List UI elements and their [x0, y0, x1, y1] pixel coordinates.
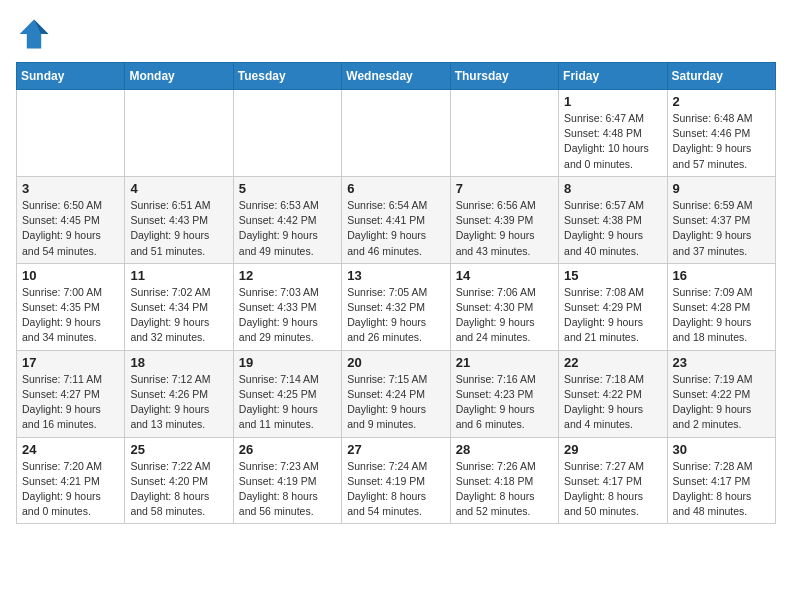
- day-number: 30: [673, 442, 770, 457]
- day-number: 7: [456, 181, 553, 196]
- day-number: 20: [347, 355, 444, 370]
- day-number: 12: [239, 268, 336, 283]
- weekday-header: Friday: [559, 63, 667, 90]
- weekday-header: Saturday: [667, 63, 775, 90]
- calendar-cell: [125, 90, 233, 177]
- day-info: Sunrise: 7:19 AM Sunset: 4:22 PM Dayligh…: [673, 372, 770, 433]
- day-number: 11: [130, 268, 227, 283]
- day-info: Sunrise: 6:51 AM Sunset: 4:43 PM Dayligh…: [130, 198, 227, 259]
- day-number: 17: [22, 355, 119, 370]
- day-info: Sunrise: 6:54 AM Sunset: 4:41 PM Dayligh…: [347, 198, 444, 259]
- calendar-header: SundayMondayTuesdayWednesdayThursdayFrid…: [17, 63, 776, 90]
- calendar-cell: 7Sunrise: 6:56 AM Sunset: 4:39 PM Daylig…: [450, 176, 558, 263]
- logo: [16, 16, 58, 52]
- calendar-table: SundayMondayTuesdayWednesdayThursdayFrid…: [16, 62, 776, 524]
- day-info: Sunrise: 7:26 AM Sunset: 4:18 PM Dayligh…: [456, 459, 553, 520]
- day-info: Sunrise: 7:18 AM Sunset: 4:22 PM Dayligh…: [564, 372, 661, 433]
- calendar-cell: 5Sunrise: 6:53 AM Sunset: 4:42 PM Daylig…: [233, 176, 341, 263]
- day-number: 19: [239, 355, 336, 370]
- page-header: [16, 16, 776, 52]
- day-number: 4: [130, 181, 227, 196]
- calendar-cell: 24Sunrise: 7:20 AM Sunset: 4:21 PM Dayli…: [17, 437, 125, 524]
- calendar-cell: 23Sunrise: 7:19 AM Sunset: 4:22 PM Dayli…: [667, 350, 775, 437]
- calendar-cell: 19Sunrise: 7:14 AM Sunset: 4:25 PM Dayli…: [233, 350, 341, 437]
- day-number: 9: [673, 181, 770, 196]
- day-info: Sunrise: 7:28 AM Sunset: 4:17 PM Dayligh…: [673, 459, 770, 520]
- calendar-cell: 16Sunrise: 7:09 AM Sunset: 4:28 PM Dayli…: [667, 263, 775, 350]
- day-number: 14: [456, 268, 553, 283]
- weekday-header: Thursday: [450, 63, 558, 90]
- calendar-cell: 9Sunrise: 6:59 AM Sunset: 4:37 PM Daylig…: [667, 176, 775, 263]
- calendar-cell: 11Sunrise: 7:02 AM Sunset: 4:34 PM Dayli…: [125, 263, 233, 350]
- day-info: Sunrise: 7:06 AM Sunset: 4:30 PM Dayligh…: [456, 285, 553, 346]
- calendar-cell: 3Sunrise: 6:50 AM Sunset: 4:45 PM Daylig…: [17, 176, 125, 263]
- day-info: Sunrise: 7:14 AM Sunset: 4:25 PM Dayligh…: [239, 372, 336, 433]
- calendar-cell: 22Sunrise: 7:18 AM Sunset: 4:22 PM Dayli…: [559, 350, 667, 437]
- day-info: Sunrise: 7:05 AM Sunset: 4:32 PM Dayligh…: [347, 285, 444, 346]
- day-number: 25: [130, 442, 227, 457]
- day-info: Sunrise: 7:27 AM Sunset: 4:17 PM Dayligh…: [564, 459, 661, 520]
- day-info: Sunrise: 6:53 AM Sunset: 4:42 PM Dayligh…: [239, 198, 336, 259]
- calendar-week-row: 3Sunrise: 6:50 AM Sunset: 4:45 PM Daylig…: [17, 176, 776, 263]
- calendar-week-row: 10Sunrise: 7:00 AM Sunset: 4:35 PM Dayli…: [17, 263, 776, 350]
- day-info: Sunrise: 6:47 AM Sunset: 4:48 PM Dayligh…: [564, 111, 661, 172]
- day-info: Sunrise: 7:08 AM Sunset: 4:29 PM Dayligh…: [564, 285, 661, 346]
- day-info: Sunrise: 7:03 AM Sunset: 4:33 PM Dayligh…: [239, 285, 336, 346]
- calendar-cell: 26Sunrise: 7:23 AM Sunset: 4:19 PM Dayli…: [233, 437, 341, 524]
- logo-icon: [16, 16, 52, 52]
- weekday-header: Monday: [125, 63, 233, 90]
- day-info: Sunrise: 6:48 AM Sunset: 4:46 PM Dayligh…: [673, 111, 770, 172]
- weekday-header: Sunday: [17, 63, 125, 90]
- calendar-cell: [450, 90, 558, 177]
- day-info: Sunrise: 7:11 AM Sunset: 4:27 PM Dayligh…: [22, 372, 119, 433]
- day-number: 10: [22, 268, 119, 283]
- calendar-cell: 12Sunrise: 7:03 AM Sunset: 4:33 PM Dayli…: [233, 263, 341, 350]
- calendar-week-row: 1Sunrise: 6:47 AM Sunset: 4:48 PM Daylig…: [17, 90, 776, 177]
- day-info: Sunrise: 6:57 AM Sunset: 4:38 PM Dayligh…: [564, 198, 661, 259]
- calendar-cell: 21Sunrise: 7:16 AM Sunset: 4:23 PM Dayli…: [450, 350, 558, 437]
- calendar-cell: 1Sunrise: 6:47 AM Sunset: 4:48 PM Daylig…: [559, 90, 667, 177]
- weekday-header: Wednesday: [342, 63, 450, 90]
- calendar-week-row: 17Sunrise: 7:11 AM Sunset: 4:27 PM Dayli…: [17, 350, 776, 437]
- day-number: 2: [673, 94, 770, 109]
- calendar-cell: 18Sunrise: 7:12 AM Sunset: 4:26 PM Dayli…: [125, 350, 233, 437]
- day-number: 27: [347, 442, 444, 457]
- day-number: 23: [673, 355, 770, 370]
- calendar-cell: 20Sunrise: 7:15 AM Sunset: 4:24 PM Dayli…: [342, 350, 450, 437]
- day-info: Sunrise: 7:12 AM Sunset: 4:26 PM Dayligh…: [130, 372, 227, 433]
- weekday-header: Tuesday: [233, 63, 341, 90]
- day-number: 16: [673, 268, 770, 283]
- calendar-cell: 4Sunrise: 6:51 AM Sunset: 4:43 PM Daylig…: [125, 176, 233, 263]
- day-number: 6: [347, 181, 444, 196]
- day-number: 1: [564, 94, 661, 109]
- day-number: 18: [130, 355, 227, 370]
- day-number: 26: [239, 442, 336, 457]
- calendar-cell: 8Sunrise: 6:57 AM Sunset: 4:38 PM Daylig…: [559, 176, 667, 263]
- calendar-cell: 27Sunrise: 7:24 AM Sunset: 4:19 PM Dayli…: [342, 437, 450, 524]
- day-number: 3: [22, 181, 119, 196]
- calendar-week-row: 24Sunrise: 7:20 AM Sunset: 4:21 PM Dayli…: [17, 437, 776, 524]
- day-info: Sunrise: 7:16 AM Sunset: 4:23 PM Dayligh…: [456, 372, 553, 433]
- calendar-cell: [233, 90, 341, 177]
- day-number: 8: [564, 181, 661, 196]
- calendar-cell: 17Sunrise: 7:11 AM Sunset: 4:27 PM Dayli…: [17, 350, 125, 437]
- day-info: Sunrise: 7:00 AM Sunset: 4:35 PM Dayligh…: [22, 285, 119, 346]
- day-info: Sunrise: 7:09 AM Sunset: 4:28 PM Dayligh…: [673, 285, 770, 346]
- calendar-cell: [17, 90, 125, 177]
- calendar-cell: 13Sunrise: 7:05 AM Sunset: 4:32 PM Dayli…: [342, 263, 450, 350]
- day-info: Sunrise: 7:24 AM Sunset: 4:19 PM Dayligh…: [347, 459, 444, 520]
- day-number: 21: [456, 355, 553, 370]
- day-info: Sunrise: 6:56 AM Sunset: 4:39 PM Dayligh…: [456, 198, 553, 259]
- calendar-cell: 2Sunrise: 6:48 AM Sunset: 4:46 PM Daylig…: [667, 90, 775, 177]
- calendar-cell: 30Sunrise: 7:28 AM Sunset: 4:17 PM Dayli…: [667, 437, 775, 524]
- calendar-cell: 6Sunrise: 6:54 AM Sunset: 4:41 PM Daylig…: [342, 176, 450, 263]
- day-number: 22: [564, 355, 661, 370]
- day-info: Sunrise: 6:50 AM Sunset: 4:45 PM Dayligh…: [22, 198, 119, 259]
- day-number: 5: [239, 181, 336, 196]
- day-info: Sunrise: 6:59 AM Sunset: 4:37 PM Dayligh…: [673, 198, 770, 259]
- day-info: Sunrise: 7:20 AM Sunset: 4:21 PM Dayligh…: [22, 459, 119, 520]
- calendar-cell: 14Sunrise: 7:06 AM Sunset: 4:30 PM Dayli…: [450, 263, 558, 350]
- calendar-cell: [342, 90, 450, 177]
- day-info: Sunrise: 7:22 AM Sunset: 4:20 PM Dayligh…: [130, 459, 227, 520]
- day-number: 28: [456, 442, 553, 457]
